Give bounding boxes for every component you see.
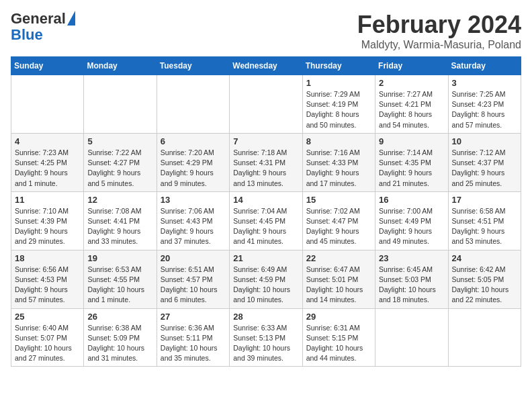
day-number: 19 <box>87 253 152 263</box>
cell-content: Sunrise: 6:33 AM Sunset: 5:13 PM Dayligh… <box>233 323 298 364</box>
day-header-wednesday: Wednesday <box>230 57 302 75</box>
cell-content: Sunrise: 7:20 AM Sunset: 4:29 PM Dayligh… <box>161 148 226 189</box>
day-number: 16 <box>379 195 444 205</box>
day-number: 4 <box>15 136 80 146</box>
calendar-cell <box>11 75 84 134</box>
cell-content: Sunrise: 7:18 AM Sunset: 4:31 PM Dayligh… <box>233 148 298 189</box>
cell-content: Sunrise: 7:08 AM Sunset: 4:41 PM Dayligh… <box>87 206 152 247</box>
day-number: 20 <box>161 253 226 263</box>
cell-content: Sunrise: 6:42 AM Sunset: 5:05 PM Dayligh… <box>452 265 517 306</box>
calendar-cell: 6Sunrise: 7:20 AM Sunset: 4:29 PM Daylig… <box>157 133 229 191</box>
cell-content: Sunrise: 6:53 AM Sunset: 4:55 PM Dayligh… <box>87 265 152 306</box>
calendar-title: February 2024 <box>357 11 521 39</box>
day-number: 12 <box>87 195 152 205</box>
logo-blue: Blue <box>11 26 43 43</box>
calendar-cell <box>230 75 302 134</box>
cell-content: Sunrise: 7:10 AM Sunset: 4:39 PM Dayligh… <box>15 206 80 247</box>
day-number: 2 <box>379 78 444 88</box>
week-row-4: 18Sunrise: 6:56 AM Sunset: 4:53 PM Dayli… <box>11 250 521 308</box>
calendar-cell: 15Sunrise: 7:02 AM Sunset: 4:47 PM Dayli… <box>302 191 375 250</box>
cell-content: Sunrise: 6:51 AM Sunset: 4:57 PM Dayligh… <box>161 265 226 306</box>
day-number: 27 <box>161 312 226 322</box>
cell-content: Sunrise: 6:40 AM Sunset: 5:07 PM Dayligh… <box>15 323 80 364</box>
day-header-sunday: Sunday <box>11 57 84 75</box>
day-number: 8 <box>306 136 371 146</box>
calendar-cell: 21Sunrise: 6:49 AM Sunset: 4:59 PM Dayli… <box>230 250 302 308</box>
cell-content: Sunrise: 7:16 AM Sunset: 4:33 PM Dayligh… <box>306 148 371 189</box>
calendar-cell: 14Sunrise: 7:04 AM Sunset: 4:45 PM Dayli… <box>230 191 302 250</box>
logo-general: General <box>11 11 66 27</box>
calendar-cell: 25Sunrise: 6:40 AM Sunset: 5:07 PM Dayli… <box>11 308 84 367</box>
cell-content: Sunrise: 6:38 AM Sunset: 5:09 PM Dayligh… <box>87 323 152 364</box>
day-number: 14 <box>233 195 298 205</box>
cell-content: Sunrise: 6:47 AM Sunset: 5:01 PM Dayligh… <box>306 265 371 306</box>
calendar-cell: 18Sunrise: 6:56 AM Sunset: 4:53 PM Dayli… <box>11 250 84 308</box>
day-number: 24 <box>452 253 517 263</box>
calendar-cell: 20Sunrise: 6:51 AM Sunset: 4:57 PM Dayli… <box>157 250 229 308</box>
cell-content: Sunrise: 7:06 AM Sunset: 4:43 PM Dayligh… <box>161 206 226 247</box>
day-number: 1 <box>306 78 371 88</box>
week-row-5: 25Sunrise: 6:40 AM Sunset: 5:07 PM Dayli… <box>11 308 521 367</box>
week-row-2: 4Sunrise: 7:23 AM Sunset: 4:25 PM Daylig… <box>11 133 521 191</box>
cell-content: Sunrise: 7:12 AM Sunset: 4:37 PM Dayligh… <box>452 148 517 189</box>
day-number: 9 <box>379 136 444 146</box>
calendar-cell <box>157 75 229 134</box>
day-number: 11 <box>15 195 80 205</box>
day-header-saturday: Saturday <box>448 57 521 75</box>
calendar-cell: 22Sunrise: 6:47 AM Sunset: 5:01 PM Dayli… <box>302 250 375 308</box>
logo-triangle-icon <box>67 11 75 26</box>
day-number: 3 <box>452 78 517 88</box>
calendar-cell: 16Sunrise: 7:00 AM Sunset: 4:49 PM Dayli… <box>375 191 448 250</box>
cell-content: Sunrise: 6:31 AM Sunset: 5:15 PM Dayligh… <box>306 323 371 364</box>
day-header-thursday: Thursday <box>302 57 375 75</box>
week-row-1: 1Sunrise: 7:29 AM Sunset: 4:19 PM Daylig… <box>11 75 521 134</box>
calendar-cell: 27Sunrise: 6:36 AM Sunset: 5:11 PM Dayli… <box>157 308 229 367</box>
day-number: 15 <box>306 195 371 205</box>
calendar-cell: 5Sunrise: 7:22 AM Sunset: 4:27 PM Daylig… <box>84 133 157 191</box>
title-area: February 2024 Maldyty, Warmia-Masuria, P… <box>357 11 521 51</box>
calendar-cell <box>375 308 448 367</box>
calendar-cell: 10Sunrise: 7:12 AM Sunset: 4:37 PM Dayli… <box>448 133 521 191</box>
logo: General Blue <box>11 11 75 43</box>
calendar-subtitle: Maldyty, Warmia-Masuria, Poland <box>357 39 521 51</box>
day-headers-row: SundayMondayTuesdayWednesdayThursdayFrid… <box>11 57 521 75</box>
cell-content: Sunrise: 7:14 AM Sunset: 4:35 PM Dayligh… <box>379 148 444 189</box>
cell-content: Sunrise: 7:23 AM Sunset: 4:25 PM Dayligh… <box>15 148 80 189</box>
cell-content: Sunrise: 7:25 AM Sunset: 4:23 PM Dayligh… <box>452 89 517 130</box>
calendar-cell: 11Sunrise: 7:10 AM Sunset: 4:39 PM Dayli… <box>11 191 84 250</box>
calendar-cell: 8Sunrise: 7:16 AM Sunset: 4:33 PM Daylig… <box>302 133 375 191</box>
page-header: General Blue February 2024 Maldyty, Warm… <box>11 11 521 51</box>
day-number: 18 <box>15 253 80 263</box>
calendar-cell: 1Sunrise: 7:29 AM Sunset: 4:19 PM Daylig… <box>302 75 375 134</box>
cell-content: Sunrise: 7:04 AM Sunset: 4:45 PM Dayligh… <box>233 206 298 247</box>
day-number: 23 <box>379 253 444 263</box>
day-header-monday: Monday <box>84 57 157 75</box>
cell-content: Sunrise: 6:58 AM Sunset: 4:51 PM Dayligh… <box>452 206 517 247</box>
day-number: 25 <box>15 312 80 322</box>
week-row-3: 11Sunrise: 7:10 AM Sunset: 4:39 PM Dayli… <box>11 191 521 250</box>
day-number: 26 <box>87 312 152 322</box>
calendar-table: SundayMondayTuesdayWednesdayThursdayFrid… <box>11 56 521 367</box>
day-number: 28 <box>233 312 298 322</box>
calendar-cell: 24Sunrise: 6:42 AM Sunset: 5:05 PM Dayli… <box>448 250 521 308</box>
calendar-cell: 26Sunrise: 6:38 AM Sunset: 5:09 PM Dayli… <box>84 308 157 367</box>
calendar-cell: 7Sunrise: 7:18 AM Sunset: 4:31 PM Daylig… <box>230 133 302 191</box>
day-header-friday: Friday <box>375 57 448 75</box>
day-number: 22 <box>306 253 371 263</box>
cell-content: Sunrise: 7:27 AM Sunset: 4:21 PM Dayligh… <box>379 89 444 130</box>
day-number: 7 <box>233 136 298 146</box>
cell-content: Sunrise: 7:22 AM Sunset: 4:27 PM Dayligh… <box>87 148 152 189</box>
calendar-cell: 3Sunrise: 7:25 AM Sunset: 4:23 PM Daylig… <box>448 75 521 134</box>
calendar-cell: 17Sunrise: 6:58 AM Sunset: 4:51 PM Dayli… <box>448 191 521 250</box>
day-number: 5 <box>87 136 152 146</box>
calendar-cell: 12Sunrise: 7:08 AM Sunset: 4:41 PM Dayli… <box>84 191 157 250</box>
cell-content: Sunrise: 6:36 AM Sunset: 5:11 PM Dayligh… <box>161 323 226 364</box>
cell-content: Sunrise: 7:00 AM Sunset: 4:49 PM Dayligh… <box>379 206 444 247</box>
calendar-cell <box>448 308 521 367</box>
day-number: 10 <box>452 136 517 146</box>
day-number: 29 <box>306 312 371 322</box>
cell-content: Sunrise: 6:49 AM Sunset: 4:59 PM Dayligh… <box>233 265 298 306</box>
calendar-cell: 28Sunrise: 6:33 AM Sunset: 5:13 PM Dayli… <box>230 308 302 367</box>
day-number: 6 <box>161 136 226 146</box>
day-number: 21 <box>233 253 298 263</box>
